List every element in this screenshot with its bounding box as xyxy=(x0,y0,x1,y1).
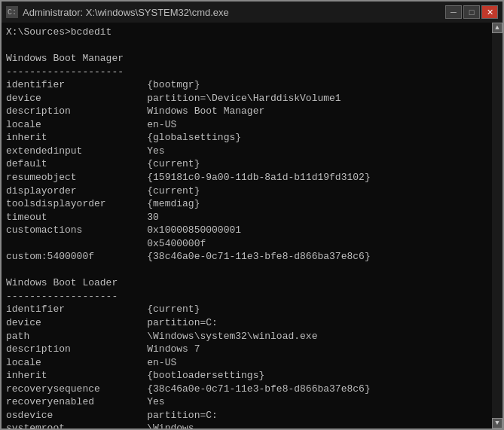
terminal-line: default {current} xyxy=(6,157,487,171)
minimize-button[interactable]: ─ xyxy=(445,5,462,19)
scroll-track xyxy=(492,33,502,418)
cmd-window: C: Administrator: X:\windows\SYSTEM32\cm… xyxy=(0,0,504,430)
terminal-line: custom:5400000f {38c46a0e-0c71-11e3-bfe8… xyxy=(6,250,487,264)
title-bar: C: Administrator: X:\windows\SYSTEM32\cm… xyxy=(2,2,502,23)
terminal-line xyxy=(6,264,487,277)
terminal-line: -------------------- xyxy=(6,66,487,79)
terminal-line xyxy=(6,39,487,53)
terminal-line: systemroot \Windows xyxy=(6,422,487,428)
terminal-line: locale en-US xyxy=(6,118,487,132)
terminal-line: description Windows 7 xyxy=(6,343,487,356)
terminal-line: resumeobject {159181c0-9a00-11db-8a1d-b1… xyxy=(6,171,487,185)
terminal-line: customactions 0x10000850000001 xyxy=(6,224,487,237)
scroll-up[interactable]: ▲ xyxy=(492,23,502,33)
terminal-content: X:\Sources>bcdedit Windows Boot Manager-… xyxy=(2,23,492,428)
maximize-button[interactable]: □ xyxy=(463,5,480,19)
terminal-line: device partition=\Device\HarddiskVolume1 xyxy=(6,92,487,105)
window-icon: C: xyxy=(6,6,18,18)
terminal-line: identifier {current} xyxy=(6,303,487,316)
icon-label: C: xyxy=(8,8,17,17)
close-button[interactable]: ✕ xyxy=(481,5,498,19)
terminal-line: recoverysequence {38c46a0e-0c71-11e3-bfe… xyxy=(6,383,487,396)
terminal-line: extendedinput Yes xyxy=(6,145,487,158)
terminal-line: ------------------- xyxy=(6,290,487,303)
terminal-line: recoveryenabled Yes xyxy=(6,395,487,409)
terminal-line: Windows Boot Loader xyxy=(6,276,487,290)
terminal-line: description Windows Boot Manager xyxy=(6,105,487,118)
terminal-line: inherit {bootloadersettings} xyxy=(6,369,487,383)
terminal-line: device partition=C: xyxy=(6,316,487,330)
terminal-line: 0x5400000f xyxy=(6,237,487,251)
terminal-line: displayorder {current} xyxy=(6,185,487,198)
terminal-line: Windows Boot Manager xyxy=(6,52,487,66)
scrollbar[interactable]: ▲ ▼ xyxy=(492,23,502,428)
title-text: Administrator: X:\windows\SYSTEM32\cmd.e… xyxy=(23,7,229,18)
title-bar-left: C: Administrator: X:\windows\SYSTEM32\cm… xyxy=(6,6,229,18)
terminal-line: timeout 30 xyxy=(6,211,487,224)
terminal-line: locale en-US xyxy=(6,356,487,370)
terminal-line: X:\Sources>bcdedit xyxy=(6,26,487,39)
terminal-line: toolsdisplayorder {memdiag} xyxy=(6,197,487,211)
title-buttons: ─ □ ✕ xyxy=(445,5,498,19)
terminal-line: identifier {bootmgr} xyxy=(6,78,487,92)
terminal-line: path \Windows\system32\winload.exe xyxy=(6,330,487,343)
terminal-line: inherit {globalsettings} xyxy=(6,131,487,145)
scroll-down[interactable]: ▼ xyxy=(492,418,502,428)
terminal-line: osdevice partition=C: xyxy=(6,409,487,422)
